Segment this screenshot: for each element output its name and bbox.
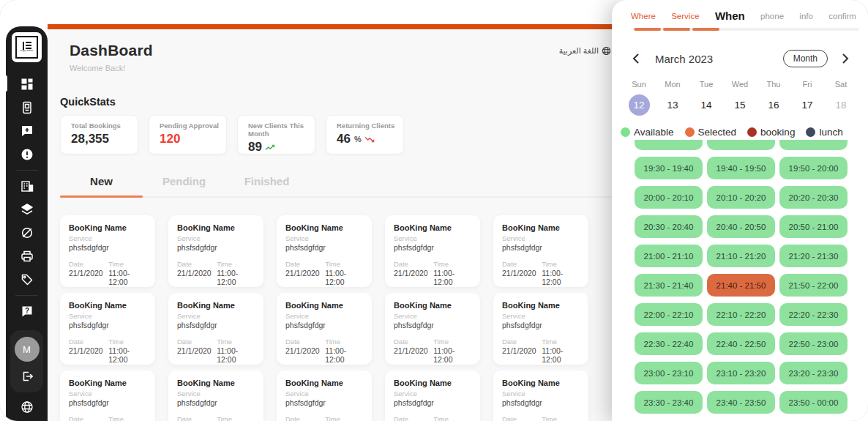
time-slot[interactable]: 22:30 - 22:40 — [635, 332, 703, 355]
booking-card[interactable]: BooKing Name Service phsfsdgfdgr Date 21… — [168, 293, 263, 365]
sidebar-item-sync[interactable] — [6, 221, 48, 245]
sidebar-item-alerts[interactable] — [6, 143, 48, 166]
prev-month-button[interactable] — [631, 52, 640, 65]
tab-new[interactable]: New — [60, 175, 143, 196]
stat-value: 28,355 — [71, 132, 138, 146]
time-slot[interactable]: 22:00 - 22:10 — [635, 303, 703, 326]
booking-card[interactable]: BooKing Name Service phsfsdgfdgr Date 21… — [168, 215, 263, 287]
time-slot[interactable]: 22:20 - 22:30 — [779, 303, 848, 326]
booking-card[interactable]: BooKing Name Service phsfsdgfdgr Date 21… — [493, 215, 588, 287]
calendar-day[interactable]: 13 — [656, 94, 689, 116]
time-slot[interactable]: 22:10 - 22:20 — [707, 303, 775, 326]
tab-finished[interactable]: Finished — [225, 175, 308, 196]
date-label: Date — [285, 338, 325, 346]
sidebar-item-services[interactable] — [6, 198, 48, 221]
step-confirm[interactable]: confirm — [828, 12, 856, 21]
step-when[interactable]: When — [715, 10, 745, 22]
time-label: Time — [108, 338, 146, 346]
month-view-button[interactable]: Month — [783, 50, 828, 67]
next-month-button[interactable] — [841, 52, 850, 65]
time-label: Time — [433, 415, 471, 421]
booking-card[interactable]: BooKing Name Service phsfsdgfdgr Date 21… — [60, 370, 155, 421]
booking-card[interactable]: BooKing Name Service phsfsdgfdgr Date 21… — [493, 370, 588, 421]
language-button[interactable] — [20, 397, 34, 417]
sidebar-item-dashboard[interactable] — [6, 72, 48, 96]
time-slot[interactable]: 20:20 - 20:30 — [779, 186, 848, 209]
time-slot[interactable]: 23:10 - 23:20 — [707, 362, 775, 384]
stat-label: New Clients This Month — [248, 122, 315, 138]
sidebar-item-company[interactable] — [6, 174, 48, 198]
time-label: Time — [108, 260, 146, 268]
logout-button[interactable] — [20, 368, 34, 385]
time-slot[interactable]: 21:50 - 22:00 — [779, 274, 848, 297]
time-slot[interactable]: 20:10 - 20:20 — [707, 186, 775, 209]
app-window: engz online — [0, 0, 868, 421]
booking-card[interactable]: BooKing Name Service phsfsdgfdgr Date 21… — [493, 293, 588, 365]
sidebar-item-bookings[interactable] — [6, 96, 48, 119]
stat-value: 46 — [337, 132, 351, 146]
step-where[interactable]: Where — [631, 12, 656, 21]
booking-card[interactable]: BooKing Name Service phsfsdgfdgr Date 21… — [277, 215, 372, 287]
step-service[interactable]: Service — [671, 12, 699, 21]
time-slot[interactable]: 20:50 - 21:00 — [779, 215, 848, 238]
time-label: Time — [217, 338, 255, 346]
date-value: 21/1/2020 — [285, 269, 325, 277]
time-slot[interactable]: 20:30 - 20:40 — [635, 215, 703, 238]
booking-card[interactable]: BooKing Name Service phsfsdgfdgr Date 21… — [385, 370, 480, 421]
time-slot[interactable]: 21:20 - 21:30 — [779, 245, 848, 267]
legend-booking: booking — [747, 127, 795, 138]
time-slot[interactable] — [635, 140, 703, 150]
calendar-day[interactable]: 15 — [723, 94, 757, 116]
date-label: Date — [502, 415, 542, 421]
booking-card[interactable]: BooKing Name Service phsfsdgfdgr Date 21… — [277, 370, 372, 421]
step-info[interactable]: info — [799, 12, 813, 21]
time-slot[interactable]: 19:50 - 20:00 — [779, 157, 848, 179]
calendar-day-selected[interactable]: 12 — [622, 94, 656, 116]
calendar-day-muted[interactable]: 18 — [824, 94, 858, 116]
calendar-day[interactable]: 17 — [790, 94, 824, 116]
service-label: Service — [69, 312, 146, 320]
time-slot[interactable] — [779, 140, 848, 150]
sidebar: engz online — [6, 26, 48, 421]
time-slot[interactable]: 22:40 - 22:50 — [707, 332, 775, 355]
svg-text:?: ? — [24, 307, 29, 315]
wizard-progress-bar — [634, 28, 859, 31]
language-selector[interactable]: اللغة العربية — [538, 46, 611, 56]
time-slot[interactable]: 21:00 - 21:10 — [635, 245, 703, 267]
time-slot[interactable]: 21:10 - 21:20 — [707, 245, 775, 267]
time-slot[interactable]: 23:30 - 23:40 — [635, 391, 703, 414]
time-slot[interactable]: 20:40 - 20:50 — [707, 215, 775, 238]
time-slot[interactable]: 19:40 - 19:50 — [707, 157, 775, 179]
weekday-label: Mon — [656, 80, 689, 89]
time-slot[interactable]: 19:30 - 19:40 — [635, 157, 703, 179]
booking-card[interactable]: BooKing Name Service phsfsdgfdgr Date 21… — [168, 370, 263, 421]
sidebar-item-tags[interactable] — [6, 268, 48, 291]
time-slot[interactable]: 21:30 - 21:40 — [635, 274, 703, 297]
step-phone[interactable]: phone — [760, 12, 784, 21]
avatar[interactable]: M — [15, 337, 40, 362]
logo-caption: engz online — [20, 50, 33, 51]
bookings-card-icon — [20, 101, 34, 114]
time-slot[interactable]: 23:00 - 23:10 — [635, 362, 703, 384]
time-slot[interactable]: 20:00 - 20:10 — [635, 186, 703, 209]
tab-pending[interactable]: Pending — [143, 175, 225, 196]
time-slot[interactable] — [707, 140, 775, 150]
booking-card[interactable]: BooKing Name Service phsfsdgfdgr Date 21… — [277, 293, 372, 365]
time-slot-selected[interactable]: 21:40 - 21:50 — [707, 274, 775, 297]
calendar-day[interactable]: 16 — [757, 94, 790, 116]
calendar-day[interactable]: 14 — [689, 94, 723, 116]
partial-slot-row — [635, 140, 868, 150]
time-slot[interactable]: 23:50 - 00:00 — [779, 391, 848, 414]
time-slot[interactable]: 23:20 - 23:30 — [779, 362, 848, 384]
time-slot[interactable]: 22:50 - 23:00 — [779, 332, 848, 355]
sidebar-item-help[interactable]: ? — [6, 299, 48, 323]
sidebar-item-printing[interactable] — [6, 245, 48, 268]
booking-card[interactable]: BooKing Name Service phsfsdgfdgr Date 21… — [60, 215, 155, 287]
booking-card[interactable]: BooKing Name Service phsfsdgfdgr Date 21… — [60, 293, 155, 365]
booking-card[interactable]: BooKing Name Service phsfsdgfdgr Date 21… — [385, 215, 480, 287]
app-logo[interactable]: engz online — [12, 32, 42, 62]
booking-card[interactable]: BooKing Name Service phsfsdgfdgr Date 21… — [385, 293, 480, 365]
sidebar-item-messages[interactable] — [6, 119, 48, 143]
time-slot[interactable]: 23:40 - 23:50 — [707, 391, 775, 414]
time-value: 11:00-12:00 — [433, 269, 471, 286]
